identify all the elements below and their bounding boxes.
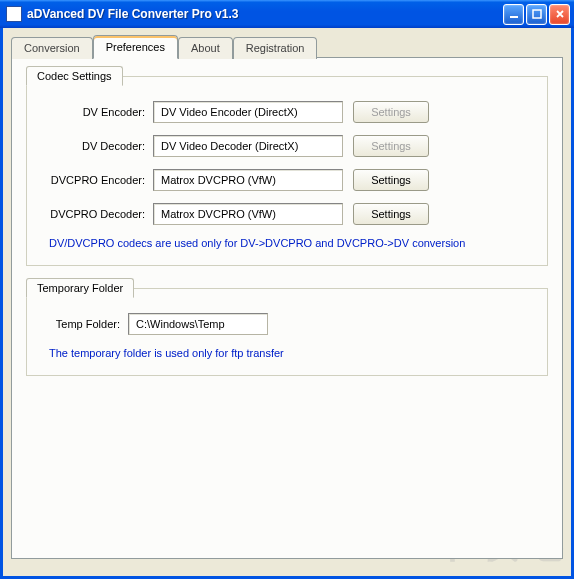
dvcpro-decoder-value: Matrox DVCPRO (VfW) <box>161 208 276 220</box>
dv-decoder-select[interactable]: DV Video Decoder (DirectX) <box>153 135 343 157</box>
row-dvcpro-encoder: DVCPRO Encoder: Matrox DVCPRO (VfW) Sett… <box>43 169 531 191</box>
row-dv-encoder: DV Encoder: DV Video Encoder (DirectX) S… <box>43 101 531 123</box>
dv-decoder-settings-button: Settings <box>353 135 429 157</box>
tab-preferences[interactable]: Preferences <box>93 35 178 59</box>
dvcpro-encoder-select[interactable]: Matrox DVCPRO (VfW) <box>153 169 343 191</box>
close-button[interactable] <box>549 4 570 25</box>
temp-folder-label: Temp Folder: <box>43 318 128 330</box>
codec-settings-legend: Codec Settings <box>26 66 123 86</box>
tab-registration[interactable]: Registration <box>233 37 318 59</box>
dv-encoder-value: DV Video Encoder (DirectX) <box>161 106 298 118</box>
minimize-button[interactable] <box>503 4 524 25</box>
svg-rect-1 <box>533 10 541 18</box>
titlebar: aDVanced DV File Converter Pro v1.3 <box>0 0 574 28</box>
client-area: Conversion Preferences About Registratio… <box>0 28 574 579</box>
tab-about[interactable]: About <box>178 37 233 59</box>
tab-conversion[interactable]: Conversion <box>11 37 93 59</box>
app-icon <box>6 6 22 22</box>
dvcpro-decoder-label: DVCPRO Decoder: <box>43 208 153 220</box>
dv-encoder-settings-button: Settings <box>353 101 429 123</box>
temp-folder-field[interactable]: C:\Windows\Temp <box>128 313 268 335</box>
dv-encoder-select[interactable]: DV Video Encoder (DirectX) <box>153 101 343 123</box>
maximize-icon <box>532 9 542 19</box>
temp-folder-group: Temporary Folder Temp Folder: C:\Windows… <box>26 288 548 376</box>
close-icon <box>555 9 565 19</box>
dv-encoder-label: DV Encoder: <box>43 106 153 118</box>
row-temp-folder: Temp Folder: C:\Windows\Temp <box>43 313 531 335</box>
temp-folder-legend: Temporary Folder <box>26 278 134 298</box>
dv-decoder-label: DV Decoder: <box>43 140 153 152</box>
svg-rect-0 <box>510 16 518 18</box>
row-dvcpro-decoder: DVCPRO Decoder: Matrox DVCPRO (VfW) Sett… <box>43 203 531 225</box>
dvcpro-encoder-value: Matrox DVCPRO (VfW) <box>161 174 276 186</box>
codec-settings-group: Codec Settings DV Encoder: DV Video Enco… <box>26 76 548 266</box>
minimize-icon <box>509 9 519 19</box>
temp-folder-value: C:\Windows\Temp <box>136 318 225 330</box>
dvcpro-decoder-select[interactable]: Matrox DVCPRO (VfW) <box>153 203 343 225</box>
tabstrip: Conversion Preferences About Registratio… <box>11 34 563 58</box>
dvcpro-encoder-settings-button[interactable]: Settings <box>353 169 429 191</box>
tab-panel-preferences: Codec Settings DV Encoder: DV Video Enco… <box>11 57 563 559</box>
dvcpro-decoder-settings-button[interactable]: Settings <box>353 203 429 225</box>
dvcpro-encoder-label: DVCPRO Encoder: <box>43 174 153 186</box>
row-dv-decoder: DV Decoder: DV Video Decoder (DirectX) S… <box>43 135 531 157</box>
codec-note: DV/DVCPRO codecs are used only for DV->D… <box>43 237 531 249</box>
maximize-button[interactable] <box>526 4 547 25</box>
temp-folder-note: The temporary folder is used only for ft… <box>43 347 531 359</box>
dv-decoder-value: DV Video Decoder (DirectX) <box>161 140 298 152</box>
window-controls <box>503 4 570 25</box>
window-title: aDVanced DV File Converter Pro v1.3 <box>27 7 503 21</box>
